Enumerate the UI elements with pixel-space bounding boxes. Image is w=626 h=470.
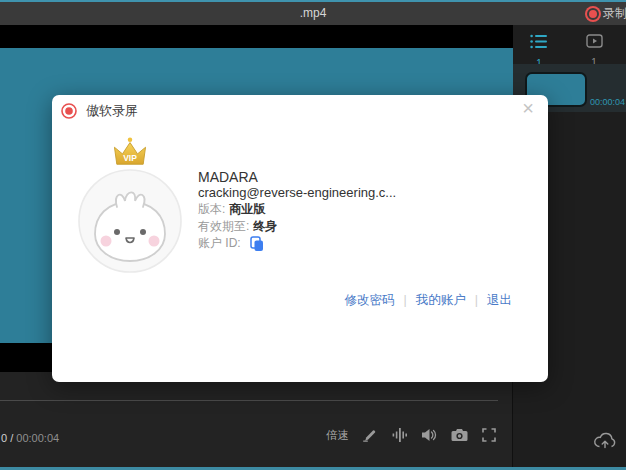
app-title: 傲软录屏: [86, 102, 138, 120]
clip-duration: 00:00:04: [590, 97, 625, 107]
copy-account-id-button[interactable]: [250, 236, 264, 252]
record-label: 录制: [603, 5, 626, 22]
video-files-tab[interactable]: 1: [574, 34, 614, 68]
version-row: 版本: 商业版: [198, 201, 396, 218]
change-password-link[interactable]: 修改密码: [345, 293, 395, 307]
account-links: 修改密码|我的账户|退出: [345, 292, 513, 309]
video-file-icon: [586, 34, 603, 48]
time-current: 0: [1, 432, 7, 444]
version-label: 版本:: [198, 201, 225, 218]
username: MADARA: [198, 169, 396, 185]
speed-button[interactable]: 倍速: [326, 428, 349, 443]
account-info: MADARA cracking@reverse-engineering.c...…: [198, 169, 396, 252]
time-total: 00:00:04: [16, 432, 59, 444]
time-display: 0 / 00:00:04: [1, 432, 59, 444]
copy-icon: [250, 236, 264, 252]
speaker-icon[interactable]: [420, 426, 438, 444]
vip-label: VIP: [123, 153, 137, 163]
camera-snapshot-icon[interactable]: [450, 426, 468, 444]
panel-divider: [512, 372, 513, 467]
avatar: [77, 168, 183, 274]
app-record-logo-icon: [61, 103, 77, 119]
fullscreen-icon[interactable]: [480, 426, 498, 444]
list-icon: [530, 34, 548, 49]
record-button[interactable]: 录制: [585, 2, 626, 25]
seek-bar[interactable]: [0, 400, 498, 401]
dialog-header: 傲软录屏: [61, 102, 138, 120]
version-value: 商业版: [229, 201, 265, 218]
expiry-value: 终身: [253, 218, 277, 235]
playback-controls: 倍速: [326, 425, 498, 445]
title-bar: .mp4 录制: [0, 2, 626, 25]
cloud-upload-icon: [593, 430, 617, 449]
file-name: .mp4: [0, 2, 626, 25]
my-account-link[interactable]: 我的账户: [416, 293, 466, 307]
expiry-row: 有效期至: 终身: [198, 218, 396, 235]
link-separator: |: [475, 293, 478, 307]
expiry-label: 有效期至:: [198, 218, 249, 235]
edit-pencil-icon[interactable]: [361, 426, 379, 444]
account-id-row: 账户 ID:: [198, 235, 396, 252]
email: cracking@reverse-engineering.c...: [198, 185, 396, 201]
link-separator: |: [404, 293, 407, 307]
account-id-label: 账户 ID:: [198, 235, 241, 252]
vip-crown-icon: VIP: [108, 136, 152, 168]
avatar-block: VIP: [72, 136, 188, 274]
audio-waveform-icon[interactable]: [391, 426, 409, 444]
close-icon[interactable]: ×: [516, 95, 540, 121]
record-icon: [587, 8, 599, 20]
logout-link[interactable]: 退出: [487, 293, 512, 307]
cloud-upload-button[interactable]: [592, 428, 618, 450]
playback-bar: 0 / 00:00:04 倍速: [0, 372, 513, 467]
app-window: .mp4 录制 1 1: [0, 0, 626, 470]
account-dialog: 傲软录屏 × VIP: [52, 95, 548, 382]
